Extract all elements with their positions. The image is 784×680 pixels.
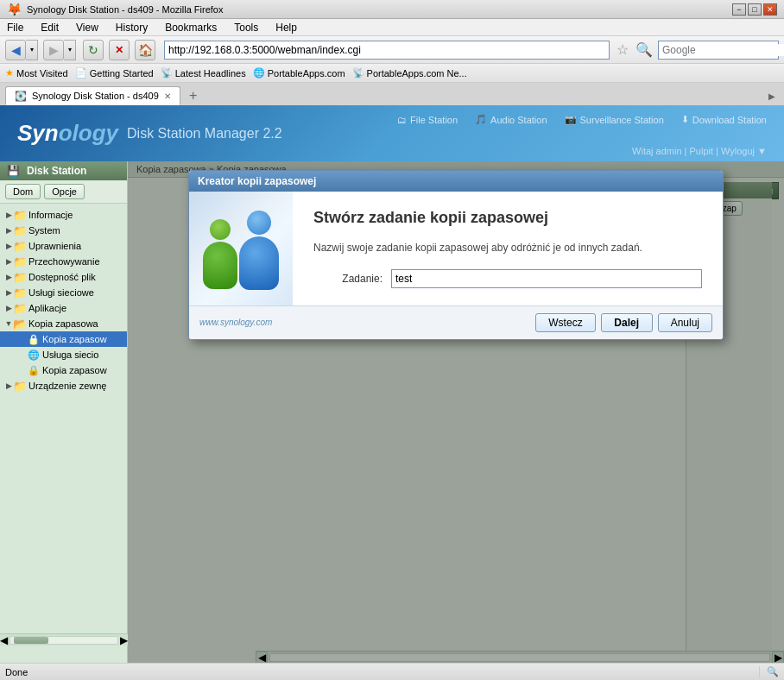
item-label: Aplikacje — [28, 303, 66, 313]
scroll-left[interactable]: ◀ — [0, 634, 8, 646]
zoom-icon: 🔍 — [767, 666, 779, 677]
wizard-form: Zadanie: — [313, 269, 702, 288]
active-tab[interactable]: 💽 Synology Disk Station - ds409 ✕ — [5, 86, 180, 105]
back-button[interactable]: ◀ — [5, 40, 26, 60]
item-label: System — [28, 225, 60, 236]
refresh-button[interactable]: ↻ — [83, 40, 104, 60]
options-button[interactable]: Opcje — [44, 184, 85, 199]
bookmark-latest-headlines[interactable]: 📡 Latest Headlines — [161, 67, 246, 79]
nav-link-label: Audio Station — [490, 115, 547, 125]
close-button[interactable]: ✕ — [763, 3, 777, 16]
modal-body: Stwórz zadanie kopii zapasowej Nazwij sw… — [189, 192, 723, 305]
sidebar-item-urzadzenie[interactable]: ▶ 📁 Urządzenie zewnę — [0, 378, 127, 394]
modal-graphic — [198, 192, 284, 288]
app-nav-links: 🗂 File Station 🎵 Audio Station 📷 Surveil… — [397, 114, 767, 125]
sidebar-item-system[interactable]: ▶ 📁 System — [0, 223, 127, 238]
logout-link[interactable]: Wyloguj ▼ — [721, 146, 767, 156]
item-label: Przechowywanie — [28, 256, 100, 267]
watermark-text: www.synology.com — [199, 318, 272, 327]
browser-tabbar: 💽 Synology Disk Station - ds409 ✕ + ▶ — [0, 83, 784, 105]
cancel-button[interactable]: Anuluj — [658, 313, 712, 332]
browser-title: Synology Disk Station - ds409 - Mozilla … — [27, 4, 223, 15]
tab-scroll-right[interactable]: ▶ — [765, 86, 779, 105]
home-button[interactable]: 🏠 — [135, 40, 155, 60]
modal-main-content: Stwórz zadanie kopii zapasowej Nazwij sw… — [293, 192, 723, 305]
sidebar-item-uslugi[interactable]: ▶ 📁 Usługi sieciowe — [0, 285, 127, 300]
back-button[interactable]: Wstecz — [535, 313, 595, 332]
modal-footer: www.synology.com Wstecz Dalej Anuluj — [189, 305, 723, 339]
sidebar-item-przechowywanie[interactable]: ▶ 📁 Przechowywanie — [0, 254, 127, 269]
nav-surveillance-station[interactable]: 📷 Surveillance Station — [565, 114, 664, 125]
nav-audio-station[interactable]: 🎵 Audio Station — [475, 114, 547, 125]
bookmark-most-visited[interactable]: ★ Most Visited — [5, 67, 68, 79]
forward-button[interactable]: ▶ — [43, 40, 64, 60]
rss-icon-2: 📡 — [352, 67, 364, 79]
address-input[interactable]: http://192.168.0.3:5000/webman/index.cgi — [168, 44, 605, 56]
home-button[interactable]: Dom — [5, 184, 41, 199]
sidebar-item-informacje[interactable]: ▶ 📁 Informacje — [0, 207, 127, 223]
menu-file[interactable]: File — [3, 20, 27, 35]
bookmark-portableapps-ne[interactable]: 📡 PortableApps.com Ne... — [352, 67, 467, 79]
download-station-icon: ⬇ — [681, 114, 689, 125]
bookmark-star-button[interactable]: ☆ — [616, 41, 629, 58]
sidebar-item-dostepnosc[interactable]: ▶ 📁 Dostępność plik — [0, 269, 127, 285]
menu-history[interactable]: History — [112, 20, 151, 35]
sidebar-item-kopia-zapasow-selected[interactable]: 🔒 Kopia zapasow — [0, 331, 127, 347]
app-content: Synology Disk Station Manager 2.2 🗂 File… — [0, 105, 784, 663]
sidebar-item-kopia-zapasowa[interactable]: ▼ 📂 Kopia zapasowa — [0, 316, 127, 331]
form-row-zadanie: Zadanie: — [313, 269, 702, 288]
bookmark-label: PortableApps.com — [268, 68, 345, 79]
next-button[interactable]: Dalej — [601, 313, 653, 332]
forward-dropdown[interactable]: ▾ — [64, 40, 76, 60]
modal-titlebar: Kreator kopii zapasowej — [189, 171, 723, 192]
maximize-button[interactable]: □ — [748, 3, 762, 16]
item-label: Uprawnienia — [28, 241, 81, 251]
bookmark-portableapps[interactable]: 🌐 PortableApps.com — [253, 67, 345, 79]
user-bar-text: Witaj admin | — [632, 146, 689, 156]
item-icon: 🌐 — [28, 349, 40, 361]
folder-open-icon: 📂 — [14, 318, 26, 330]
sidebar-item-kopia-zapasow-2[interactable]: 🔒 Kopia zapasow — [0, 362, 127, 378]
menu-view[interactable]: View — [73, 20, 102, 35]
sidebar-item-aplikacje[interactable]: ▶ 📁 Aplikacje — [0, 300, 127, 316]
address-bar[interactable]: http://192.168.0.3:5000/webman/index.cgi — [164, 41, 610, 60]
menu-tools[interactable]: Tools — [231, 20, 262, 35]
wizard-title: Stwórz zadanie kopii zapasowej — [313, 209, 702, 227]
sidebar-item-usluga-siecio[interactable]: 🌐 Usługa siecio — [0, 347, 127, 362]
folder-icon: 📁 — [14, 271, 26, 283]
new-tab-button[interactable]: + — [184, 86, 203, 105]
menu-edit[interactable]: Edit — [37, 20, 62, 35]
modal-overlay: Kreator kopii zapasowej — [128, 161, 784, 663]
scrollbar-thumb[interactable] — [14, 637, 48, 644]
tab-label: Synology Disk Station - ds409 — [32, 91, 159, 101]
zadanie-input[interactable] — [391, 269, 702, 288]
google-icon: 🔍 — [635, 41, 653, 58]
menu-bookmarks[interactable]: Bookmarks — [161, 20, 220, 35]
window-controls: − □ ✕ — [732, 3, 777, 16]
bookmarks-bar: ★ Most Visited 📄 Getting Started 📡 Lates… — [0, 64, 784, 83]
nav-download-station[interactable]: ⬇ Download Station — [681, 114, 767, 125]
stop-button[interactable]: ✕ — [109, 40, 130, 60]
scrollbar-track[interactable] — [9, 636, 118, 645]
zadanie-label: Zadanie: — [313, 273, 383, 285]
pulpit-link[interactable]: Pulpit — [690, 146, 714, 156]
app-body: 💾 Disk Station Dom Opcje ▶ 📁 Informacje … — [0, 161, 784, 663]
expand-icon — [17, 349, 28, 360]
main-content: Kopia zapasowa » Kopia zapasowa □ ▶ Prz … — [128, 161, 784, 663]
tab-close-button[interactable]: ✕ — [164, 91, 171, 101]
nav-file-station[interactable]: 🗂 File Station — [397, 114, 458, 125]
tab-favicon: 💽 — [15, 91, 27, 102]
sidebar-title: Disk Station — [27, 165, 86, 177]
item-label: Informacje — [28, 210, 73, 220]
search-input[interactable] — [662, 44, 784, 56]
zoom-control: 🔍 — [759, 666, 779, 677]
menu-help[interactable]: Help — [272, 20, 300, 35]
search-bar[interactable]: 🔍 — [658, 41, 779, 60]
bookmark-getting-started[interactable]: 📄 Getting Started — [75, 67, 154, 79]
scroll-right[interactable]: ▶ — [120, 634, 128, 646]
item-label: Kopia zapasow — [42, 334, 107, 344]
back-dropdown[interactable]: ▾ — [26, 40, 38, 60]
sidebar-item-uprawnienia[interactable]: ▶ 📁 Uprawnienia — [0, 238, 127, 254]
item-label: Kopia zapasow — [42, 365, 107, 375]
minimize-button[interactable]: − — [732, 3, 746, 16]
